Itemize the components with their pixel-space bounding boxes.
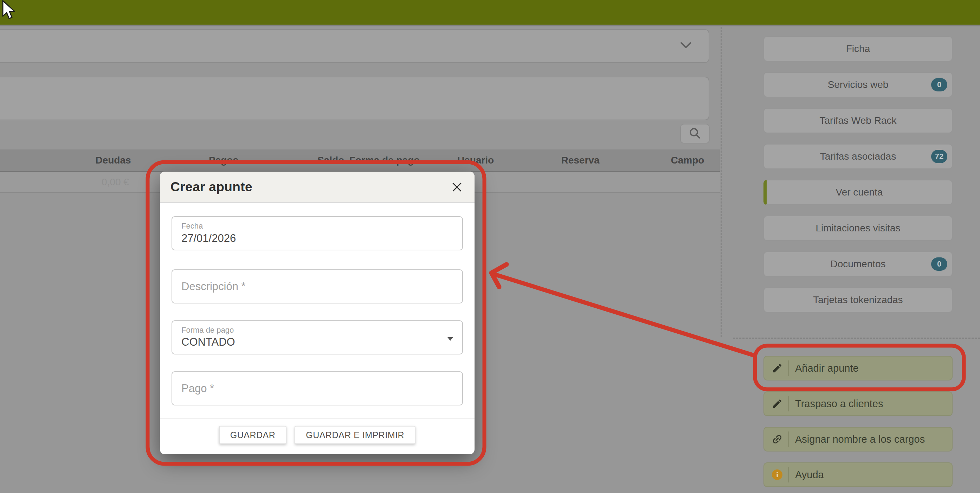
annotation-arrow — [492, 265, 752, 355]
create-entry-modal: Crear apunte Fecha Forma de pago CONTADO — [160, 172, 474, 454]
sidebar-item-label: Tarifas asociadas — [820, 151, 896, 162]
sidebar-item-label: Ficha — [846, 43, 870, 54]
sidebar-item-servicios-web[interactable]: Servicios web 0 — [764, 72, 953, 97]
descripcion-input[interactable] — [181, 270, 442, 303]
save-button[interactable]: GUARDAR — [219, 426, 287, 444]
sidebar-item-label: Servicios web — [828, 79, 889, 90]
sidebar-item-ver-cuenta[interactable]: Ver cuenta — [764, 180, 953, 205]
column-header: Campo — [671, 155, 705, 166]
action-label: Añadir apunte — [795, 362, 859, 374]
sidebar-section-divider — [733, 338, 980, 339]
action-label: Traspaso a clientes — [795, 398, 883, 410]
close-button[interactable] — [450, 180, 464, 194]
info-icon: i — [771, 469, 783, 481]
sidebar-item-tarifas-web-rack[interactable]: Tarifas Web Rack — [764, 108, 953, 133]
column-header: Pagos — [209, 155, 238, 166]
count-badge: 0 — [931, 78, 947, 91]
link-icon — [771, 433, 783, 445]
sidebar-item-label: Tarjetas tokenizadas — [813, 294, 903, 306]
add-entry-button[interactable]: Añadir apunte — [764, 356, 953, 380]
topbar-divider — [0, 25, 980, 26]
forma-de-pago-select[interactable]: Forma de pago CONTADO — [172, 320, 463, 354]
assign-name-to-charges-button[interactable]: Asignar nombre a los cargos — [764, 427, 953, 452]
close-icon — [452, 182, 462, 192]
button-divider — [788, 431, 789, 447]
column-header: Forma de pago — [349, 155, 420, 166]
action-label: Asignar nombre a los cargos — [795, 434, 925, 445]
pencil-icon — [771, 398, 783, 410]
column-header: Deudas — [95, 155, 131, 166]
count-badge: 0 — [931, 257, 947, 271]
content-sidebar-divider — [721, 27, 722, 337]
button-divider — [788, 396, 789, 412]
sidebar-item-label: Tarifas Web Rack — [820, 115, 897, 126]
sidebar-item-tarifas-asociadas[interactable]: Tarifas asociadas 72 — [764, 144, 953, 169]
pago-field[interactable] — [172, 371, 463, 405]
column-header: Usuario — [457, 155, 494, 166]
descripcion-field[interactable] — [172, 270, 463, 303]
chevron-down-icon[interactable] — [679, 40, 692, 51]
sidebar-item-label: Limitaciones visitas — [816, 223, 900, 234]
column-header: Reserva — [562, 155, 600, 166]
count-badge: 72 — [931, 150, 947, 163]
modal-footer: GUARDAR GUARDAR E IMPRIMIR — [160, 426, 474, 444]
modal-header: Crear apunte — [160, 172, 474, 203]
sidebar-item-documentos[interactable]: Documentos 0 — [764, 251, 953, 277]
modal-footer-divider — [160, 418, 474, 419]
search-icon — [688, 127, 702, 140]
fecha-input[interactable] — [181, 230, 442, 247]
sidebar-item-tarjetas-tokenizadas[interactable]: Tarjetas tokenizadas — [764, 287, 953, 313]
transfer-to-clients-button[interactable]: Traspaso a clientes — [764, 391, 953, 416]
pago-input[interactable] — [181, 372, 442, 405]
filter-panel — [0, 77, 710, 120]
action-label: Ayuda — [795, 469, 824, 481]
account-table-header: Deudas Pagos Saldo Forma de pago Usuario… — [0, 150, 720, 172]
deudas-total-value: 0,00 € — [102, 177, 129, 188]
top-navigation-bar — [0, 0, 980, 25]
help-button[interactable]: i Ayuda — [764, 463, 953, 487]
save-and-print-button[interactable]: GUARDAR E IMPRIMIR — [294, 426, 415, 444]
sidebar-item-ficha[interactable]: Ficha — [764, 36, 953, 62]
collapsed-header-panel[interactable] — [0, 29, 710, 63]
svg-text:i: i — [776, 471, 778, 479]
fecha-field[interactable]: Fecha — [172, 216, 463, 250]
column-header: Saldo — [317, 155, 344, 166]
sidebar-item-label: Ver cuenta — [836, 187, 883, 198]
field-label: Forma de pago — [181, 325, 234, 335]
selected-value: CONTADO — [181, 336, 235, 348]
search-button[interactable] — [680, 124, 710, 144]
dropdown-caret-icon — [447, 337, 453, 341]
app-screen: Deudas Pagos Saldo Forma de pago Usuario… — [0, 0, 980, 493]
sidebar-item-label: Documentos — [830, 258, 885, 270]
button-divider — [788, 361, 789, 376]
pencil-icon — [771, 362, 783, 374]
modal-title: Crear apunte — [170, 180, 252, 195]
button-divider — [788, 467, 789, 482]
sidebar-item-limitaciones-visitas[interactable]: Limitaciones visitas — [764, 215, 953, 241]
